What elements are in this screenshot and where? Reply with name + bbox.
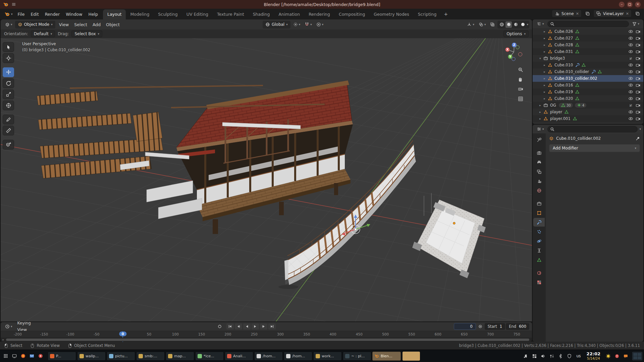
orientation-dropdown[interactable]: Default▾: [31, 31, 55, 37]
scrollbar-thumb[interactable]: [6, 339, 529, 341]
expand-region-icon[interactable]: »: [1, 338, 5, 342]
outliner-item-Cube.010[interactable]: ▸Cube.010: [533, 62, 643, 68]
tool-rotate-button[interactable]: [3, 78, 14, 88]
properties-search-input[interactable]: [547, 126, 638, 132]
outliner-item-Cube.010_collider.002[interactable]: ▸Cube.010_collider.002: [533, 75, 643, 82]
app-menu-icon[interactable]: [2, 352, 10, 360]
tool-add-cube-button[interactable]: [3, 140, 14, 149]
workspace-tab-uv-editing[interactable]: UV Editing: [182, 9, 213, 19]
outliner-item-player.001[interactable]: ▸player.001: [533, 115, 643, 122]
properties-tab-view-layer[interactable]: [534, 167, 544, 176]
eye-toggle-icon[interactable]: [628, 90, 634, 94]
viewport-menu-object[interactable]: Object: [103, 21, 122, 28]
camera-toggle-icon[interactable]: [635, 104, 641, 107]
disclosure-triangle-icon[interactable]: ▾: [538, 57, 542, 60]
outliner-item-Cube.031[interactable]: ▸Cube.031: [533, 48, 643, 55]
camera-toggle-icon[interactable]: [635, 63, 641, 67]
outliner-item-OG[interactable]: ▸OG304✓: [533, 102, 643, 109]
tool-tweak-button[interactable]: [3, 42, 14, 52]
drag-dropdown[interactable]: Select Box▾: [71, 31, 102, 37]
shading-rendered-button[interactable]: [520, 21, 526, 28]
disclosure-triangle-icon[interactable]: ▸: [543, 83, 546, 87]
transform-orientation-selector[interactable]: Global ▾: [263, 21, 290, 28]
camera-toggle-icon[interactable]: [635, 97, 641, 101]
viewport-menu-view[interactable]: View: [56, 21, 72, 28]
jump-first-button[interactable]: [226, 323, 234, 329]
collection-checkbox[interactable]: ✓: [628, 104, 634, 107]
properties-tab-object[interactable]: [534, 208, 544, 217]
workspace-tab-texture-paint[interactable]: Texture Paint: [213, 9, 249, 19]
minimized-window-slot[interactable]: [402, 352, 420, 361]
shading-material-button[interactable]: [513, 21, 519, 28]
taskbar-window-smb-[interactable]: smb:...: [136, 352, 165, 361]
toggle-xray-button[interactable]: [488, 21, 496, 28]
taskbar-window-wallp-[interactable]: wallp...: [77, 352, 106, 361]
add-modifier-button[interactable]: Add Modifier ▾: [549, 144, 640, 152]
properties-tab-tool[interactable]: [534, 135, 544, 144]
disclosure-triangle-icon[interactable]: ▸: [543, 90, 546, 94]
tool-measure-button[interactable]: [3, 126, 14, 135]
menu-file[interactable]: File: [15, 9, 28, 19]
pin-icon[interactable]: [636, 136, 640, 141]
taskbar-window--hom-[interactable]: /hom...: [284, 352, 312, 361]
remove-viewlayer-icon[interactable]: ×: [626, 11, 629, 16]
properties-tab-render[interactable]: [534, 148, 544, 157]
mode-selector[interactable]: Object Mode ▾: [15, 21, 55, 28]
window-list-icon[interactable]: [530, 352, 538, 360]
play-button[interactable]: [252, 323, 259, 329]
mail-icon[interactable]: [28, 352, 36, 360]
workspace-pager[interactable]: [632, 352, 642, 360]
window-titlebar[interactable]: Blender [/home/amalie/Desktop/blender/br…: [0, 0, 644, 9]
eye-toggle-icon[interactable]: [628, 117, 634, 121]
camera-toggle-icon[interactable]: [635, 43, 641, 47]
zoom-icon[interactable]: [518, 67, 523, 72]
options-dropdown[interactable]: Options▾: [503, 31, 529, 37]
camera-toggle-icon[interactable]: [635, 117, 641, 121]
neg-z-axis-ball[interactable]: [512, 57, 515, 61]
camera-toggle-icon[interactable]: [635, 50, 641, 54]
viewport-3d[interactable]: User Perspective (0) bridge3 | Cube.010_…: [1, 38, 532, 321]
eye-toggle-icon[interactable]: [628, 29, 634, 34]
outliner-item-Cube.019[interactable]: ▸Cube.019: [533, 88, 643, 95]
outliner-item-Cube.010_collider[interactable]: ▸Cube.010_collider: [533, 68, 643, 75]
timeline-scrollbar[interactable]: »: [1, 338, 532, 342]
camera-toggle-icon[interactable]: [635, 90, 641, 94]
viewport-menu-add[interactable]: Add: [90, 21, 103, 28]
disclosure-triangle-icon[interactable]: ▸: [543, 30, 546, 33]
3d-viewport-canvas[interactable]: [1, 38, 532, 321]
neg-x-axis-ball[interactable]: [518, 52, 522, 56]
window-minimize-button[interactable]: –: [619, 2, 625, 7]
workspace-tab-sculpting[interactable]: Sculpting: [154, 9, 182, 19]
properties-tab-modifiers[interactable]: [533, 218, 545, 227]
record-button[interactable]: [216, 323, 223, 329]
tool-annotate-button[interactable]: [3, 115, 14, 124]
new-viewlayer-button[interactable]: [634, 10, 641, 17]
browser-icon[interactable]: [19, 352, 27, 360]
window-maximize-button[interactable]: [627, 2, 633, 7]
properties-tab-scene[interactable]: [534, 177, 544, 185]
play-rev-button[interactable]: [243, 323, 251, 329]
taskbar-window-work-[interactable]: work...: [313, 352, 342, 361]
editor-type-button[interactable]: ▾: [3, 21, 14, 28]
camera-toggle-icon[interactable]: [635, 57, 641, 60]
eye-toggle-icon[interactable]: [628, 43, 634, 47]
viewport-menu-select[interactable]: Select: [71, 21, 90, 28]
eye-toggle-icon[interactable]: [628, 76, 634, 80]
disclosure-triangle-icon[interactable]: ▸: [538, 117, 542, 120]
disclosure-triangle-icon[interactable]: ▸: [538, 104, 542, 107]
workspace-tab-animation[interactable]: Animation: [274, 9, 304, 19]
disclosure-triangle-icon[interactable]: ▸: [538, 110, 542, 114]
app-menu-button[interactable]: ▾: [3, 9, 15, 19]
menu-help[interactable]: Help: [85, 9, 101, 19]
taskbar-window--pl-[interactable]: ~ : pl...: [343, 352, 371, 361]
tool-scale-button[interactable]: [3, 89, 14, 99]
eye-toggle-icon[interactable]: [628, 36, 634, 40]
keyboard-layout-indicator[interactable]: us: [574, 354, 583, 358]
outliner-editor-type-button[interactable]: ▾: [535, 20, 546, 27]
weather-icon[interactable]: [604, 352, 612, 360]
properties-tab-collection[interactable]: [534, 199, 544, 208]
menu-render[interactable]: Render: [42, 9, 63, 19]
menu-window[interactable]: Window: [63, 9, 85, 19]
show-desktop-icon[interactable]: [10, 352, 18, 360]
network-icon[interactable]: [548, 352, 556, 360]
